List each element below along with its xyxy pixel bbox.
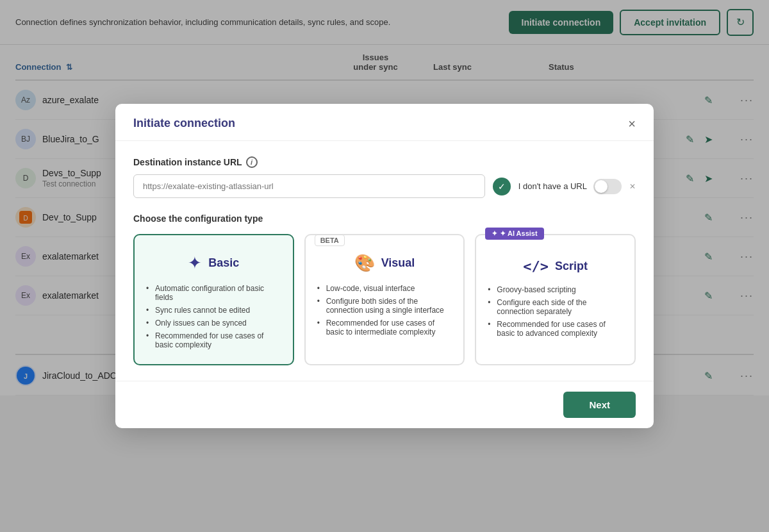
basic-bullet-1: Automatic configuration of basic fields (146, 282, 281, 304)
script-bullet-3: Recommended for use cases of basic to ad… (488, 318, 623, 340)
modal-title: Initiate connection (133, 117, 235, 130)
initiate-connection-modal: Initiate connection × Destination instan… (115, 104, 654, 428)
config-card-script[interactable]: ✦ ✦ AI Assist </> Script Groovy-based sc… (475, 234, 636, 365)
config-section-label: Choose the configuration type (133, 213, 636, 224)
visual-card-title: Visual (381, 256, 415, 270)
modal-body: Destination instance URL i ✓ I don't hav… (115, 141, 654, 381)
no-url-toggle[interactable] (593, 179, 622, 194)
config-card-basic[interactable]: ✦ Basic Automatic configuration of basic… (133, 234, 294, 365)
next-button[interactable]: Next (563, 392, 636, 418)
visual-bullet-3: Recommended for use cases of basic to in… (317, 317, 452, 338)
modal-overlay: Initiate connection × Destination instan… (0, 0, 769, 532)
modal-close-button[interactable]: × (628, 117, 636, 130)
script-card-title: Script (555, 260, 588, 273)
visual-card-title-row: 🎨 Visual (317, 253, 452, 273)
url-input[interactable] (133, 174, 485, 198)
toggle-knob (595, 180, 608, 193)
visual-card-icon: 🎨 (354, 253, 375, 273)
script-bullet-2: Configure each side of the connection se… (488, 296, 623, 318)
visual-card-bullets: Low-code, visual interface Configure bot… (317, 282, 452, 338)
url-row: ✓ I don't have a URL ✕ (133, 174, 636, 198)
no-url-row: I don't have a URL ✕ (518, 179, 636, 194)
check-icon: ✓ (493, 178, 511, 195)
url-field-label: Destination instance URL i (133, 156, 636, 168)
script-card-icon: </> (523, 258, 549, 274)
beta-badge: BETA (315, 235, 345, 246)
visual-bullet-1: Low-code, visual interface (317, 282, 452, 295)
modal-footer: Next (115, 381, 654, 428)
basic-bullet-2: Sync rules cannot be edited (146, 304, 281, 317)
basic-card-title: Basic (208, 256, 239, 270)
basic-bullet-3: Only issues can be synced (146, 317, 281, 329)
ai-assist-icon: ✦ (492, 229, 497, 238)
no-url-label: I don't have a URL (518, 181, 587, 191)
basic-card-title-row: ✦ Basic (146, 253, 281, 273)
script-bullet-1: Groovy-based scripting (488, 283, 623, 296)
config-card-visual[interactable]: BETA 🎨 Visual Low-code, visual interface… (304, 234, 465, 365)
ai-badge: ✦ ✦ AI Assist (485, 228, 543, 240)
config-cards: ✦ Basic Automatic configuration of basic… (133, 234, 636, 365)
modal-header: Initiate connection × (115, 104, 654, 141)
visual-bullet-2: Configure both sides of the connection u… (317, 295, 452, 317)
script-card-bullets: Groovy-based scripting Configure each si… (488, 283, 623, 340)
info-icon: i (246, 156, 258, 168)
basic-card-bullets: Automatic configuration of basic fields … (146, 282, 281, 351)
basic-card-icon: ✦ (188, 253, 202, 273)
basic-bullet-4: Recommended for use cases of basic compl… (146, 329, 281, 351)
script-card-title-row: </> Script (488, 258, 623, 274)
toggle-x-icon: ✕ (629, 182, 636, 191)
